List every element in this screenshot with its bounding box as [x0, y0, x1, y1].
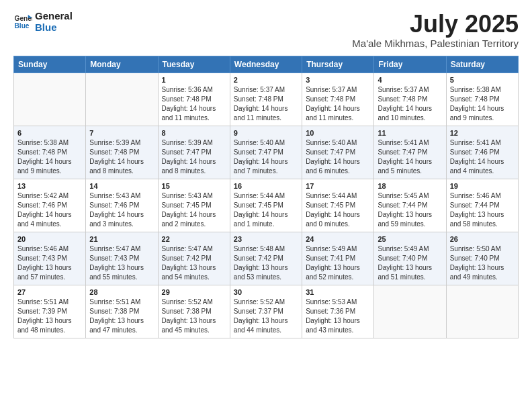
calendar-cell: 17Sunrise: 5:44 AMSunset: 7:45 PMDayligh…	[302, 179, 374, 232]
day-info: Sunrise: 5:43 AMSunset: 7:45 PMDaylight:…	[162, 191, 226, 229]
calendar-cell: 31Sunrise: 5:53 AMSunset: 7:36 PMDayligh…	[302, 285, 374, 338]
calendar-cell: 25Sunrise: 5:49 AMSunset: 7:40 PMDayligh…	[374, 232, 446, 285]
day-number: 26	[450, 235, 515, 243]
calendar-cell: 20Sunrise: 5:46 AMSunset: 7:43 PMDayligh…	[14, 232, 86, 285]
page: General Blue General Blue July 2025 Ma'a…	[0, 0, 532, 411]
day-number: 15	[162, 182, 226, 190]
svg-text:Blue: Blue	[15, 22, 30, 30]
calendar-cell: 26Sunrise: 5:50 AMSunset: 7:40 PMDayligh…	[446, 232, 518, 285]
day-number: 27	[17, 288, 82, 296]
page-subtitle: Ma'ale Mikhmas, Palestinian Territory	[352, 38, 519, 49]
day-info: Sunrise: 5:47 AMSunset: 7:43 PMDaylight:…	[89, 244, 154, 282]
calendar-cell: 30Sunrise: 5:52 AMSunset: 7:37 PMDayligh…	[230, 285, 302, 338]
col-monday: Monday	[86, 56, 158, 73]
day-info: Sunrise: 5:38 AMSunset: 7:48 PMDaylight:…	[450, 85, 515, 123]
day-number: 20	[17, 235, 82, 243]
day-number: 4	[378, 76, 442, 84]
day-info: Sunrise: 5:39 AMSunset: 7:47 PMDaylight:…	[162, 138, 226, 176]
day-number: 10	[306, 129, 370, 137]
calendar-cell: 27Sunrise: 5:51 AMSunset: 7:39 PMDayligh…	[14, 285, 86, 338]
calendar-cell: 13Sunrise: 5:42 AMSunset: 7:46 PMDayligh…	[14, 179, 86, 232]
day-number: 21	[89, 235, 154, 243]
calendar-cell: 21Sunrise: 5:47 AMSunset: 7:43 PMDayligh…	[86, 232, 158, 285]
calendar-cell	[446, 285, 518, 338]
day-number: 19	[450, 182, 515, 190]
day-number: 16	[234, 182, 298, 190]
day-number: 8	[162, 129, 226, 137]
calendar-cell: 7Sunrise: 5:39 AMSunset: 7:48 PMDaylight…	[86, 126, 158, 179]
calendar-cell: 3Sunrise: 5:37 AMSunset: 7:48 PMDaylight…	[302, 73, 374, 126]
calendar-cell	[14, 73, 86, 126]
calendar-cell: 8Sunrise: 5:39 AMSunset: 7:47 PMDaylight…	[158, 126, 230, 179]
day-number: 11	[378, 129, 442, 137]
day-number: 23	[234, 235, 298, 243]
logo: General Blue General Blue	[13, 11, 73, 33]
day-info: Sunrise: 5:37 AMSunset: 7:48 PMDaylight:…	[378, 85, 442, 123]
calendar-cell: 24Sunrise: 5:49 AMSunset: 7:41 PMDayligh…	[302, 232, 374, 285]
calendar-cell: 10Sunrise: 5:40 AMSunset: 7:47 PMDayligh…	[302, 126, 374, 179]
calendar-cell: 29Sunrise: 5:52 AMSunset: 7:38 PMDayligh…	[158, 285, 230, 338]
day-info: Sunrise: 5:40 AMSunset: 7:47 PMDaylight:…	[234, 138, 298, 176]
day-number: 31	[306, 288, 370, 296]
day-number: 28	[89, 288, 154, 296]
calendar-cell	[86, 73, 158, 126]
calendar-cell: 11Sunrise: 5:41 AMSunset: 7:47 PMDayligh…	[374, 126, 446, 179]
day-number: 25	[378, 235, 442, 243]
day-number: 12	[450, 129, 515, 137]
day-number: 2	[234, 76, 298, 84]
day-number: 29	[162, 288, 226, 296]
calendar-week-row: 20Sunrise: 5:46 AMSunset: 7:43 PMDayligh…	[14, 232, 519, 285]
header: General Blue General Blue July 2025 Ma'a…	[13, 11, 519, 49]
calendar-week-row: 6Sunrise: 5:38 AMSunset: 7:48 PMDaylight…	[14, 126, 519, 179]
day-info: Sunrise: 5:36 AMSunset: 7:48 PMDaylight:…	[162, 85, 226, 123]
calendar-week-row: 27Sunrise: 5:51 AMSunset: 7:39 PMDayligh…	[14, 285, 519, 338]
calendar-cell	[374, 285, 446, 338]
calendar-cell: 6Sunrise: 5:38 AMSunset: 7:48 PMDaylight…	[14, 126, 86, 179]
logo-icon: General Blue	[13, 13, 32, 32]
day-number: 5	[450, 76, 515, 84]
calendar-cell: 16Sunrise: 5:44 AMSunset: 7:45 PMDayligh…	[230, 179, 302, 232]
day-info: Sunrise: 5:46 AMSunset: 7:43 PMDaylight:…	[17, 244, 82, 282]
calendar-week-row: 1Sunrise: 5:36 AMSunset: 7:48 PMDaylight…	[14, 73, 519, 126]
day-info: Sunrise: 5:46 AMSunset: 7:44 PMDaylight:…	[450, 191, 515, 229]
title-area: July 2025 Ma'ale Mikhmas, Palestinian Te…	[352, 11, 519, 49]
col-saturday: Saturday	[446, 56, 518, 73]
day-number: 14	[89, 182, 154, 190]
calendar-cell: 12Sunrise: 5:41 AMSunset: 7:46 PMDayligh…	[446, 126, 518, 179]
day-info: Sunrise: 5:37 AMSunset: 7:48 PMDaylight:…	[306, 85, 370, 123]
calendar-cell: 2Sunrise: 5:37 AMSunset: 7:48 PMDaylight…	[230, 73, 302, 126]
day-info: Sunrise: 5:39 AMSunset: 7:48 PMDaylight:…	[89, 138, 154, 176]
day-number: 6	[17, 129, 82, 137]
calendar-cell: 14Sunrise: 5:43 AMSunset: 7:46 PMDayligh…	[86, 179, 158, 232]
day-number: 17	[306, 182, 370, 190]
calendar-cell: 5Sunrise: 5:38 AMSunset: 7:48 PMDaylight…	[446, 73, 518, 126]
day-info: Sunrise: 5:44 AMSunset: 7:45 PMDaylight:…	[306, 191, 370, 229]
day-info: Sunrise: 5:52 AMSunset: 7:37 PMDaylight:…	[234, 298, 298, 335]
day-number: 9	[234, 129, 298, 137]
calendar-cell: 23Sunrise: 5:48 AMSunset: 7:42 PMDayligh…	[230, 232, 302, 285]
calendar-cell: 28Sunrise: 5:51 AMSunset: 7:38 PMDayligh…	[86, 285, 158, 338]
col-friday: Friday	[374, 56, 446, 73]
logo-text-line1: General	[35, 11, 73, 22]
day-number: 1	[162, 76, 226, 84]
calendar-header-row: Sunday Monday Tuesday Wednesday Thursday…	[14, 56, 519, 73]
day-number: 13	[17, 182, 82, 190]
logo-text-line2: Blue	[35, 22, 73, 34]
day-number: 18	[378, 182, 442, 190]
day-info: Sunrise: 5:37 AMSunset: 7:48 PMDaylight:…	[234, 85, 298, 123]
day-number: 22	[162, 235, 226, 243]
col-tuesday: Tuesday	[158, 56, 230, 73]
day-info: Sunrise: 5:51 AMSunset: 7:39 PMDaylight:…	[17, 298, 82, 335]
day-info: Sunrise: 5:47 AMSunset: 7:42 PMDaylight:…	[162, 244, 226, 282]
day-info: Sunrise: 5:40 AMSunset: 7:47 PMDaylight:…	[306, 138, 370, 176]
calendar-cell: 4Sunrise: 5:37 AMSunset: 7:48 PMDaylight…	[374, 73, 446, 126]
calendar-cell: 1Sunrise: 5:36 AMSunset: 7:48 PMDaylight…	[158, 73, 230, 126]
day-info: Sunrise: 5:53 AMSunset: 7:36 PMDaylight:…	[306, 298, 370, 335]
day-info: Sunrise: 5:45 AMSunset: 7:44 PMDaylight:…	[378, 191, 442, 229]
day-number: 3	[306, 76, 370, 84]
day-info: Sunrise: 5:42 AMSunset: 7:46 PMDaylight:…	[17, 191, 82, 229]
day-info: Sunrise: 5:44 AMSunset: 7:45 PMDaylight:…	[234, 191, 298, 229]
calendar-cell: 19Sunrise: 5:46 AMSunset: 7:44 PMDayligh…	[446, 179, 518, 232]
day-number: 24	[306, 235, 370, 243]
calendar-cell: 18Sunrise: 5:45 AMSunset: 7:44 PMDayligh…	[374, 179, 446, 232]
